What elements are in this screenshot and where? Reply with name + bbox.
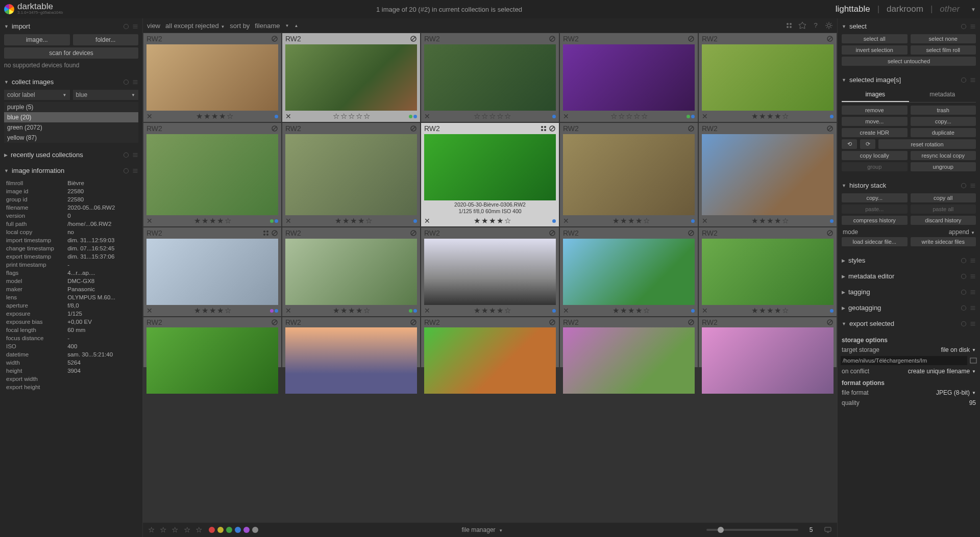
thumb-rating[interactable]: ★★★★☆ bbox=[712, 306, 829, 315]
module-header[interactable]: ▶styles bbox=[841, 254, 977, 266]
thumb-rating[interactable]: ★★★★☆ bbox=[157, 216, 269, 225]
action-button[interactable]: select none bbox=[911, 34, 976, 43]
thumbnail[interactable]: RW2 ✕★★★★☆ bbox=[698, 122, 837, 227]
presets-icon[interactable] bbox=[970, 258, 976, 264]
star-icon[interactable] bbox=[798, 21, 806, 30]
action-button[interactable]: select film roll bbox=[911, 45, 976, 55]
module-header-info[interactable]: ▼ image information bbox=[3, 165, 139, 176]
reject-icon[interactable]: ✕ bbox=[702, 112, 708, 120]
action-button[interactable]: write sidecar files bbox=[911, 237, 976, 246]
reset-icon[interactable] bbox=[123, 79, 129, 85]
thumb-rating[interactable]: ☆☆☆☆☆ bbox=[296, 112, 408, 121]
module-header[interactable]: ▶geotagging bbox=[841, 302, 977, 314]
presets-icon[interactable] bbox=[970, 273, 976, 279]
thumbnail[interactable]: RW2 ✕☆☆☆☆☆ bbox=[282, 33, 421, 122]
presets-icon[interactable] bbox=[970, 23, 976, 30]
presets-icon[interactable] bbox=[132, 79, 138, 85]
thumbnail[interactable]: RW2 ✕★★★★☆ bbox=[559, 227, 698, 317]
reject-icon[interactable]: ✕ bbox=[285, 306, 291, 315]
reset-icon[interactable] bbox=[961, 23, 967, 30]
presets-icon[interactable] bbox=[970, 289, 976, 295]
action-button[interactable]: select all bbox=[842, 34, 908, 43]
collect-rule-select[interactable]: color label▼ bbox=[4, 90, 70, 100]
action-button[interactable]: copy... bbox=[842, 193, 908, 202]
thumb-rating[interactable]: ☆☆☆☆☆ bbox=[434, 112, 551, 121]
thumb-rating[interactable]: ★★★★☆ bbox=[573, 216, 690, 225]
presets-icon[interactable] bbox=[132, 23, 138, 30]
thumb-size-slider[interactable] bbox=[706, 529, 798, 531]
module-header-recent[interactable]: ▶ recently used collections bbox=[3, 149, 139, 161]
thumb-rating[interactable]: ★★★★☆ bbox=[712, 112, 829, 121]
color-filter-dot[interactable] bbox=[243, 527, 250, 533]
conflict-select[interactable]: create unique filename▼ bbox=[908, 368, 976, 375]
reset-icon[interactable] bbox=[961, 321, 967, 327]
module-header-select[interactable]: ▼ select bbox=[841, 20, 977, 32]
module-header[interactable]: ▶tagging bbox=[841, 286, 977, 298]
import-folder-button[interactable]: folder... bbox=[73, 34, 139, 45]
presets-icon[interactable] bbox=[970, 77, 976, 83]
action-button[interactable]: remove bbox=[842, 106, 908, 115]
reject-icon[interactable]: ✕ bbox=[563, 217, 569, 225]
reject-icon[interactable]: ✕ bbox=[424, 306, 430, 315]
reset-icon[interactable] bbox=[961, 273, 967, 279]
thumbnail[interactable]: RW2 bbox=[143, 317, 282, 368]
filter-select[interactable]: all except rejected ▼ bbox=[165, 22, 225, 30]
module-header[interactable]: ▼export selected bbox=[841, 318, 977, 329]
reject-icon[interactable]: ✕ bbox=[424, 112, 430, 120]
thumbnail[interactable]: RW2 bbox=[421, 317, 559, 368]
module-header-history[interactable]: ▼ history stack bbox=[841, 180, 977, 191]
action-button[interactable]: load sidecar file... bbox=[842, 237, 908, 246]
module-header-collect[interactable]: ▼ collect images bbox=[3, 76, 139, 88]
reject-icon[interactable]: ✕ bbox=[563, 112, 569, 120]
thumb-rating[interactable]: ☆☆☆☆☆ bbox=[573, 112, 685, 121]
thumbnail[interactable]: RW2 ✕★★★★☆ bbox=[698, 227, 837, 317]
reject-icon[interactable]: ✕ bbox=[285, 217, 291, 225]
thumbnail[interactable]: RW2 bbox=[559, 317, 698, 368]
reset-icon[interactable] bbox=[961, 183, 967, 189]
thumb-rating[interactable]: ★★★★☆ bbox=[712, 216, 829, 225]
action-button[interactable]: move... bbox=[842, 117, 908, 126]
collect-value-select[interactable]: blue▼ bbox=[73, 90, 139, 100]
thumbnail[interactable]: RW2 ✕★★★★☆ bbox=[282, 122, 421, 227]
reset-rotation-button[interactable]: reset rotation bbox=[878, 139, 976, 149]
action-button[interactable]: duplicate bbox=[911, 128, 976, 137]
sortfield-select[interactable]: filename bbox=[255, 22, 280, 30]
layout-select[interactable]: file manager ▼ bbox=[462, 526, 503, 533]
module-header-import[interactable]: ▼ import bbox=[3, 20, 139, 32]
reject-icon[interactable]: ✕ bbox=[146, 217, 153, 225]
thumbnail[interactable]: RW2 ✕★★★★☆ bbox=[143, 227, 282, 317]
presets-icon[interactable] bbox=[132, 168, 138, 174]
reject-icon[interactable]: ✕ bbox=[702, 217, 708, 225]
history-mode-select[interactable]: append ▼ bbox=[949, 228, 975, 236]
presets-icon[interactable] bbox=[970, 305, 976, 311]
gear-icon[interactable] bbox=[825, 21, 833, 30]
thumb-rating[interactable]: ★★★★☆ bbox=[434, 306, 551, 315]
collect-item[interactable]: green (2072) bbox=[4, 122, 138, 133]
color-filter-dot[interactable] bbox=[252, 527, 258, 533]
export-path-input[interactable] bbox=[841, 356, 967, 365]
thumbnail[interactable]: RW2 bbox=[282, 317, 421, 368]
quality-value[interactable]: 95 bbox=[969, 399, 976, 406]
color-filter-dot[interactable] bbox=[226, 527, 232, 533]
collect-item[interactable]: yellow (87) bbox=[4, 133, 138, 143]
sort-direction-icon[interactable]: ▲ bbox=[294, 23, 298, 28]
reject-icon[interactable]: ✕ bbox=[146, 112, 153, 120]
action-button[interactable]: ungroup bbox=[911, 162, 976, 171]
thumb-rating[interactable]: ★★★★☆ bbox=[434, 216, 551, 225]
thumb-rating[interactable]: ★★★★☆ bbox=[296, 306, 408, 315]
reset-icon[interactable] bbox=[123, 23, 129, 30]
thumbnail[interactable]: RW2 ✕★★★★☆ bbox=[143, 33, 282, 122]
collect-item[interactable]: blue (20) bbox=[4, 112, 138, 122]
action-button[interactable]: resync local copy bbox=[911, 151, 976, 160]
reject-icon[interactable]: ✕ bbox=[146, 306, 153, 315]
reset-icon[interactable] bbox=[123, 168, 129, 174]
color-filter-dot[interactable] bbox=[209, 527, 215, 533]
action-button[interactable]: trash bbox=[911, 106, 976, 115]
thumbnail[interactable]: RW2 ✕★★★★☆ bbox=[421, 227, 559, 317]
import-image-button[interactable]: image... bbox=[4, 34, 70, 45]
reject-icon[interactable]: ✕ bbox=[424, 217, 430, 225]
thumb-rating[interactable]: ★★★★☆ bbox=[157, 306, 269, 315]
thumbnail[interactable]: RW2 ✕★★★★☆ bbox=[559, 122, 698, 227]
collect-item[interactable]: purple (5) bbox=[4, 102, 138, 112]
group-icon[interactable] bbox=[785, 21, 793, 30]
